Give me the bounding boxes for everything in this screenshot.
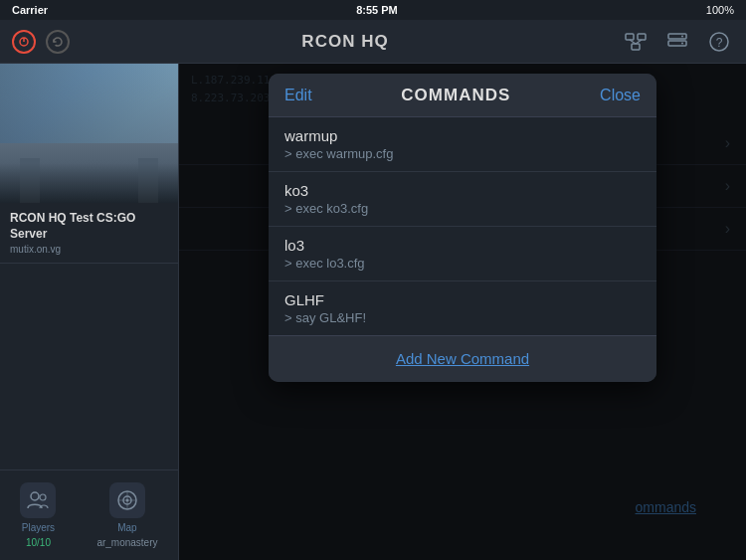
battery-text: 100% [706, 4, 734, 16]
command-value: > exec warmup.cfg [284, 146, 641, 161]
server-map-image [0, 64, 178, 203]
main-area: RCON HQ Test CS:GO Server mutix.on.vg Pl… [0, 64, 746, 560]
castle-wall-decoration [0, 143, 178, 203]
command-item-ko3[interactable]: ko3 > exec ko3.cfg [269, 172, 656, 227]
commands-modal: Edit COMMANDS Close warmup > exec warmup… [269, 74, 656, 382]
nav-left [12, 30, 70, 54]
castle-tower-right [138, 158, 158, 203]
command-item-glhf[interactable]: GLHF > say GL&HF! [269, 281, 656, 335]
command-value: > exec ko3.cfg [284, 201, 641, 216]
players-label: Players [22, 522, 55, 533]
map-sub: ar_monastery [96, 537, 157, 548]
server-name-text: RCON HQ Test CS:GO Server [10, 211, 168, 242]
players-icon-svg [27, 490, 49, 510]
network-icon [625, 33, 647, 51]
nav-right: ? [621, 27, 734, 57]
svg-point-13 [31, 492, 39, 500]
modal-header: Edit COMMANDS Close [269, 74, 656, 117]
close-button[interactable]: Close [600, 87, 641, 104]
time-text: 8:55 PM [356, 4, 398, 16]
map-icon-svg [116, 489, 138, 511]
command-name: GLHF [284, 291, 641, 308]
svg-rect-8 [668, 41, 686, 46]
edit-button[interactable]: Edit [284, 87, 312, 104]
server-host-text: mutix.on.vg [10, 244, 168, 255]
map-label: Map [117, 522, 136, 533]
svg-point-14 [40, 494, 46, 500]
command-name: ko3 [284, 182, 641, 199]
svg-text:?: ? [716, 36, 723, 50]
command-item-warmup[interactable]: warmup > exec warmup.cfg [269, 117, 656, 172]
modal-title: COMMANDS [401, 86, 510, 105]
map-button[interactable]: Map ar_monastery [96, 482, 157, 548]
svg-point-10 [681, 42, 683, 44]
command-item-lo3[interactable]: lo3 > exec lo3.cfg [269, 227, 656, 281]
players-button[interactable]: Players 10/10 [20, 482, 56, 548]
command-name: lo3 [284, 237, 641, 254]
modal-body: warmup > exec warmup.cfg ko3 > exec ko3.… [269, 117, 656, 335]
players-icon [20, 482, 56, 518]
carrier-text: Carrier [12, 4, 48, 16]
map-icon [109, 482, 145, 518]
svg-rect-7 [668, 34, 686, 39]
players-count: 10/10 [26, 537, 51, 548]
help-icon: ? [709, 32, 729, 52]
server-button[interactable] [662, 27, 692, 57]
power-button[interactable] [12, 30, 36, 54]
server-icon [667, 33, 687, 51]
add-new-command-button[interactable]: Add New Command [396, 350, 529, 367]
command-value: > say GL&HF! [284, 310, 641, 325]
command-value: > exec lo3.cfg [284, 256, 641, 271]
status-icons: 100% [706, 4, 734, 16]
svg-point-9 [681, 35, 683, 37]
help-button[interactable]: ? [704, 27, 734, 57]
modal-overlay: Edit COMMANDS Close warmup > exec warmup… [179, 64, 746, 560]
network-button[interactable] [621, 27, 651, 57]
right-content: L.187.239.110:46059"; 8.223.73.203": com… [179, 64, 746, 560]
server-info: RCON HQ Test CS:GO Server mutix.on.vg [0, 203, 178, 264]
status-bar: Carrier 8:55 PM 100% [0, 0, 746, 20]
svg-rect-2 [626, 34, 634, 40]
modal-footer: Add New Command [269, 335, 656, 382]
sidebar-actions: Players 10/10 Map ar_monastery [0, 469, 178, 560]
svg-rect-4 [632, 44, 640, 50]
castle-tower-left [20, 158, 40, 203]
refresh-icon [52, 36, 64, 48]
power-icon [19, 37, 29, 47]
app-title: RCON HQ [301, 32, 388, 52]
command-name: warmup [284, 127, 641, 144]
refresh-button[interactable] [46, 30, 70, 54]
svg-rect-3 [638, 34, 646, 40]
nav-bar: RCON HQ ? [0, 20, 746, 64]
sidebar: RCON HQ Test CS:GO Server mutix.on.vg Pl… [0, 64, 179, 560]
